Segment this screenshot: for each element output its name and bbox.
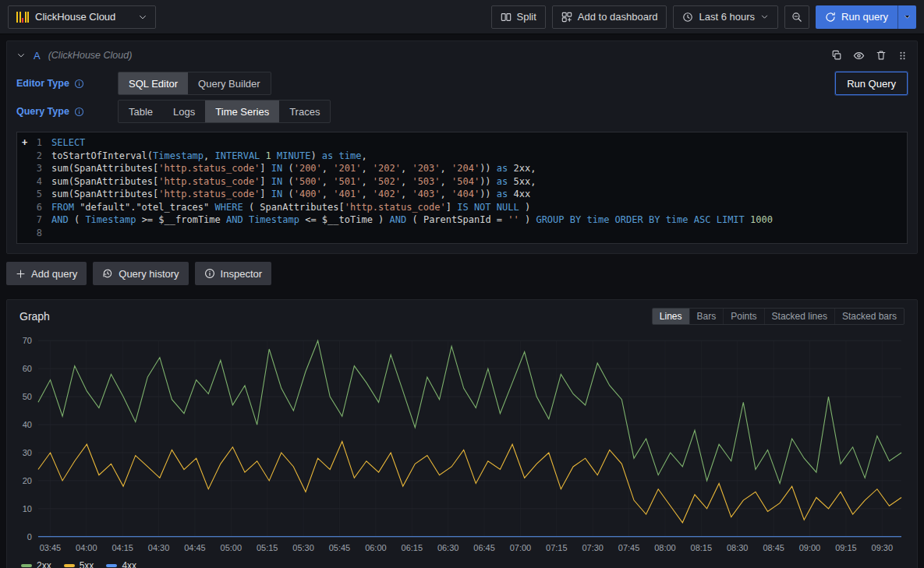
query-type-option-time-series[interactable]: Time Series xyxy=(205,101,279,122)
zoom-out-button[interactable] xyxy=(784,5,809,29)
run-query-button[interactable]: Run query xyxy=(816,5,897,29)
legend-label-5xx: 5xx xyxy=(80,560,94,568)
split-button[interactable]: Split xyxy=(491,5,546,29)
editor-add-glyph-icon[interactable]: + xyxy=(22,136,27,150)
explore-page: A (ClickHouse Cloud) Editor Type xyxy=(0,34,924,568)
legend-label-2xx: 2xx xyxy=(37,560,51,568)
add-query-label: Add query xyxy=(31,268,77,280)
remove-query-trash-icon[interactable] xyxy=(876,50,887,61)
sql-code-editor[interactable]: +12345678 SELECTtoStartOfInterval(Timest… xyxy=(16,132,908,244)
query-datasource-hint: (ClickHouse Cloud) xyxy=(48,50,133,61)
query-editor-panel: A (ClickHouse Cloud) Editor Type xyxy=(6,41,918,254)
line-number: 3 xyxy=(37,163,42,174)
run-query-label: Run query xyxy=(841,11,888,23)
info-circle-icon xyxy=(204,268,215,279)
graph-mode-points[interactable]: Points xyxy=(724,309,764,324)
graph-mode-lines[interactable]: Lines xyxy=(653,309,690,324)
drag-handle-icon[interactable] xyxy=(897,51,908,61)
panel-run-query-button[interactable]: Run Query xyxy=(835,72,908,95)
datasource-name: ClickHouse Cloud xyxy=(35,11,132,23)
sql-line-2[interactable]: toStartOfInterval(Timestamp, INTERVAL 1 … xyxy=(51,150,907,163)
sql-line-1[interactable]: SELECT xyxy=(51,136,907,150)
graph-legend: 2xx5xx4xx xyxy=(7,559,917,568)
x-tick-label: 09:00 xyxy=(799,543,820,552)
graph-mode-selector: LinesBarsPointsStacked linesStacked bars xyxy=(652,308,905,325)
editor-type-option-query-builder[interactable]: Query Builder xyxy=(188,72,270,94)
collapse-chevron-icon[interactable] xyxy=(16,51,26,60)
sql-line-6[interactable]: FROM "default"."otel_traces" WHERE ( Spa… xyxy=(51,201,907,214)
y-tick-label: 60 xyxy=(23,364,32,373)
duplicate-query-icon[interactable] xyxy=(831,50,842,61)
legend-item-2xx[interactable]: 2xx xyxy=(21,560,51,568)
legend-item-5xx[interactable]: 5xx xyxy=(64,560,94,568)
chart-area: 03:4504:0004:1504:3004:4505:0005:1505:30… xyxy=(7,328,917,559)
x-tick-label: 05:00 xyxy=(221,543,242,552)
x-tick-label: 08:30 xyxy=(727,543,748,552)
graph-mode-stacked-bars[interactable]: Stacked bars xyxy=(835,309,904,324)
sql-line-3[interactable]: sum(SpanAttributes['http.status_code'] I… xyxy=(51,162,907,175)
topbar-actions: Split Add to dashboard Last 6 hours xyxy=(491,5,916,29)
sql-line-7[interactable]: AND ( Timestamp >= $__fromTime AND Times… xyxy=(51,213,907,227)
x-tick-label: 04:15 xyxy=(112,543,133,552)
line-number: 7 xyxy=(37,214,42,225)
graph-canvas[interactable]: 03:4504:0004:1504:3004:4505:0005:1505:30… xyxy=(12,331,909,559)
info-circle-icon[interactable] xyxy=(74,79,84,89)
time-range-picker[interactable]: Last 6 hours xyxy=(673,5,778,29)
graph-mode-bars[interactable]: Bars xyxy=(690,309,724,324)
x-tick-label: 07:00 xyxy=(510,543,531,552)
graph-panel: Graph LinesBarsPointsStacked linesStacke… xyxy=(6,299,918,568)
info-circle-icon[interactable] xyxy=(74,107,84,117)
y-tick-label: 30 xyxy=(23,448,32,457)
x-tick-label: 06:45 xyxy=(473,543,494,552)
sql-line-5[interactable]: sum(SpanAttributes['http.status_code'] I… xyxy=(51,188,907,201)
x-tick-label: 06:15 xyxy=(402,543,423,552)
y-tick-label: 0 xyxy=(27,532,32,542)
x-tick-label: 04:30 xyxy=(148,543,169,552)
inspector-button[interactable]: Inspector xyxy=(195,262,271,285)
graph-mode-stacked-lines[interactable]: Stacked lines xyxy=(765,309,835,324)
query-type-label-text: Query Type xyxy=(16,106,69,117)
editor-type-label-text: Editor Type xyxy=(16,78,69,89)
add-to-dashboard-label: Add to dashboard xyxy=(578,11,658,23)
editor-type-label: Editor Type xyxy=(16,78,118,89)
add-to-dashboard-button[interactable]: Add to dashboard xyxy=(552,5,667,29)
query-type-label: Query Type xyxy=(16,106,118,117)
sql-line-4[interactable]: sum(SpanAttributes['http.status_code'] I… xyxy=(51,175,907,189)
query-type-option-logs[interactable]: Logs xyxy=(163,101,205,122)
query-ref-id[interactable]: A xyxy=(34,50,41,62)
sql-line-8[interactable] xyxy=(51,227,907,240)
line-number: 2 xyxy=(37,150,42,161)
split-icon xyxy=(501,12,512,23)
query-history-button[interactable]: Query history xyxy=(93,262,188,285)
run-query-interval-caret[interactable] xyxy=(897,5,916,29)
editor-type-option-sql-editor[interactable]: SQL Editor xyxy=(119,72,188,94)
split-label: Split xyxy=(517,11,536,23)
editor-gutter: +12345678 xyxy=(17,136,51,239)
hide-response-eye-icon[interactable] xyxy=(853,50,865,62)
series-line-5xx xyxy=(38,442,901,523)
x-tick-label: 08:00 xyxy=(654,543,675,552)
legend-item-4xx[interactable]: 4xx xyxy=(106,560,136,568)
x-tick-label: 07:15 xyxy=(546,543,567,552)
legend-swatch-2xx xyxy=(21,564,32,567)
x-tick-label: 05:30 xyxy=(292,543,313,552)
clickhouse-logo-icon xyxy=(16,12,29,23)
x-tick-label: 09:15 xyxy=(835,543,856,552)
query-type-option-table[interactable]: Table xyxy=(119,101,163,122)
legend-swatch-5xx xyxy=(64,564,75,567)
datasource-picker[interactable]: ClickHouse Cloud xyxy=(8,5,156,29)
editor-type-row: Editor Type SQL EditorQuery Builder Run … xyxy=(7,69,917,97)
query-history-label: Query history xyxy=(119,268,179,280)
time-range-label: Last 6 hours xyxy=(699,11,755,23)
query-type-option-traces[interactable]: Traces xyxy=(279,101,330,122)
query-type-row: Query Type TableLogsTime SeriesTraces xyxy=(7,97,917,125)
x-tick-label: 08:15 xyxy=(691,543,712,552)
series-line-2xx xyxy=(38,340,901,483)
x-tick-label: 05:45 xyxy=(329,543,350,552)
x-tick-label: 03:45 xyxy=(40,543,61,552)
y-tick-label: 40 xyxy=(23,420,32,429)
y-tick-label: 50 xyxy=(23,392,32,401)
add-query-button[interactable]: Add query xyxy=(6,262,87,285)
line-number: 6 xyxy=(37,202,42,213)
x-tick-label: 05:15 xyxy=(257,543,278,552)
